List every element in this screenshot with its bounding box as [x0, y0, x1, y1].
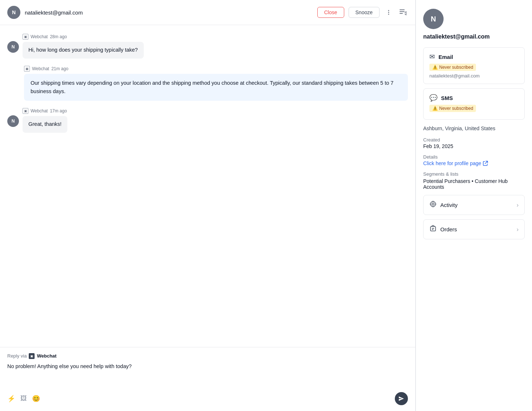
webchat-icon-2: ▣ — [23, 108, 28, 114]
message-time-agent: 21m ago — [51, 66, 68, 71]
message-bubble-1: Hi, how long does your shipping typicall… — [23, 42, 144, 59]
webchat-icon-reply: ▣ — [29, 353, 35, 359]
email-channel-icon: ✉ — [429, 53, 435, 61]
segments-block: Segments & lists Potential Purchasers • … — [423, 171, 525, 190]
activity-row[interactable]: Activity › — [423, 195, 525, 215]
email-never-subscribed-badge: ⚠️ Never subscribed — [429, 64, 476, 71]
activity-icon — [429, 200, 437, 210]
profile-avatar: N — [423, 9, 444, 29]
message-bubble-2: Great, thanks! — [23, 116, 67, 133]
sms-channel-icon: 💬 — [429, 94, 437, 102]
svg-rect-12 — [430, 227, 436, 231]
reply-box: Reply via ▣ Webchat ⚡ 🖼 😊 — [0, 347, 415, 411]
sms-channel-name: SMS — [441, 95, 453, 101]
message-group-agent: ▣ Webchat 21m ago Our shipping times var… — [7, 66, 408, 101]
profile-email: nataliektest@gmail.com — [423, 33, 525, 40]
reply-channel: Webchat — [37, 353, 56, 359]
external-link-icon — [483, 161, 488, 166]
svg-point-7 — [432, 203, 434, 205]
more-options-button[interactable] — [384, 8, 393, 17]
channel-label-1: Webchat — [31, 34, 48, 39]
orders-left: Orders — [429, 225, 457, 234]
sms-channel-card: 💬 SMS ⚠️ Never subscribed — [423, 88, 525, 120]
conversation-header: N nataliektest@gmail.com Close Snooze — [0, 0, 415, 25]
email-channel-address: nataliektest@gmail.com — [429, 73, 519, 79]
contact-avatar: N — [7, 6, 20, 19]
transcript-icon — [399, 9, 406, 16]
send-icon — [398, 396, 404, 401]
sms-badge-text: Never subscribed — [439, 106, 473, 111]
lightning-icon[interactable]: ⚡ — [7, 395, 15, 403]
location: Ashburn, Virginia, United States — [423, 125, 525, 131]
image-icon[interactable]: 🖼 — [20, 395, 27, 403]
profile-link-text: Click here for profile page — [423, 160, 481, 166]
customer-avatar-2: N — [7, 115, 19, 127]
send-button[interactable] — [395, 392, 408, 405]
svg-point-2 — [388, 14, 389, 15]
orders-chevron-icon: › — [517, 226, 519, 233]
svg-rect-3 — [400, 9, 405, 10]
right-panel: N nataliektest@gmail.com ✉ Email ⚠️ Neve… — [416, 0, 532, 411]
reply-toolbar: ⚡ 🖼 😊 — [7, 392, 408, 405]
details-label: Details — [423, 154, 525, 160]
svg-point-1 — [388, 12, 389, 13]
warning-icon-email: ⚠️ — [432, 65, 438, 70]
email-channel-name: Email — [438, 54, 453, 60]
email-badge-text: Never subscribed — [439, 65, 473, 70]
ellipsis-vertical-icon — [385, 9, 392, 16]
message-time-1: 28m ago — [50, 34, 67, 39]
activity-label: Activity — [440, 202, 458, 208]
transcript-button[interactable] — [398, 8, 408, 17]
reply-tools: ⚡ 🖼 😊 — [7, 395, 40, 403]
message-bubble-agent: Our shipping times vary depending on you… — [24, 74, 408, 101]
created-date: Feb 19, 2025 — [423, 143, 525, 149]
svg-rect-4 — [400, 11, 405, 12]
message-group-customer-1: N ▣ Webchat 28m ago Hi, how long does yo… — [7, 34, 408, 59]
email-channel-card: ✉ Email ⚠️ Never subscribed nataliektest… — [423, 47, 525, 84]
activity-chevron-icon: › — [517, 202, 519, 208]
close-button[interactable]: Close — [317, 7, 344, 18]
reply-textarea[interactable] — [7, 363, 408, 386]
created-label: Created — [423, 137, 525, 143]
customer-avatar-1: N — [7, 41, 19, 53]
details-block: Details Click here for profile page — [423, 154, 525, 166]
email-channel-header: ✉ Email — [429, 53, 519, 61]
warning-icon-sms: ⚠️ — [432, 106, 438, 111]
sms-never-subscribed-badge: ⚠️ Never subscribed — [429, 105, 476, 112]
orders-label: Orders — [440, 226, 457, 232]
orders-icon — [429, 225, 437, 234]
message-text-1: Hi, how long does your shipping typicall… — [28, 47, 138, 53]
segments-value: Potential Purchasers • Customer Hub Acco… — [423, 178, 525, 190]
channel-label-2: Webchat — [31, 108, 48, 113]
activity-left: Activity — [429, 200, 458, 210]
svg-point-6 — [430, 201, 436, 207]
reply-via: Reply via ▣ Webchat — [7, 353, 408, 359]
message-group-customer-2: N ▣ Webchat 17m ago Great, thanks! — [7, 108, 408, 133]
channel-label-agent: Webchat — [32, 66, 49, 71]
svg-rect-5 — [400, 13, 403, 14]
created-block: Created Feb 19, 2025 — [423, 137, 525, 149]
reply-via-label: Reply via — [7, 353, 27, 359]
emoji-icon[interactable]: 😊 — [32, 395, 40, 403]
message-time-2: 17m ago — [50, 108, 67, 113]
profile-page-link[interactable]: Click here for profile page — [423, 160, 525, 166]
webchat-icon-1: ▣ — [23, 34, 28, 40]
webchat-icon-agent: ▣ — [24, 66, 30, 72]
orders-row[interactable]: Orders › — [423, 219, 525, 239]
message-meta-agent: ▣ Webchat 21m ago — [24, 66, 408, 72]
message-meta-2: ▣ Webchat 17m ago — [23, 108, 67, 114]
avatar-letter: N — [12, 9, 16, 15]
contact-email: nataliektest@gmail.com — [25, 9, 313, 16]
svg-point-0 — [388, 10, 389, 11]
message-meta-1: ▣ Webchat 28m ago — [23, 34, 144, 40]
profile-avatar-letter: N — [431, 15, 436, 23]
message-text-2: Great, thanks! — [28, 121, 61, 127]
message-wrap-1: ▣ Webchat 28m ago Hi, how long does your… — [23, 34, 144, 59]
message-wrap-2: ▣ Webchat 17m ago Great, thanks! — [23, 108, 67, 133]
chat-area: N ▣ Webchat 28m ago Hi, how long does yo… — [0, 25, 415, 347]
sms-channel-header: 💬 SMS — [429, 94, 519, 102]
segments-label: Segments & lists — [423, 171, 525, 177]
message-text-agent: Our shipping times vary depending on you… — [31, 80, 393, 94]
snooze-button[interactable]: Snooze — [349, 7, 380, 18]
left-panel: N nataliektest@gmail.com Close Snooze N — [0, 0, 416, 411]
